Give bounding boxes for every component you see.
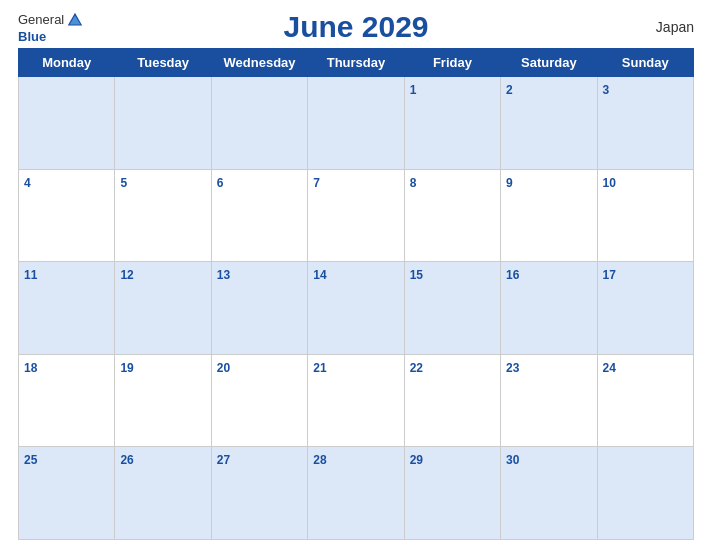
calendar-day: [308, 77, 404, 170]
calendar-week-4: 18192021222324: [19, 354, 694, 447]
day-number: 11: [24, 268, 37, 282]
day-number: 13: [217, 268, 230, 282]
calendar-day: 10: [597, 169, 693, 262]
day-number: 27: [217, 453, 230, 467]
calendar-day: [597, 447, 693, 540]
day-number: 6: [217, 176, 224, 190]
logo-text: General: [18, 11, 84, 29]
calendar-day: 3: [597, 77, 693, 170]
calendar-day: 16: [501, 262, 597, 355]
day-number: 24: [603, 361, 616, 375]
calendar-week-3: 11121314151617: [19, 262, 694, 355]
day-number: 28: [313, 453, 326, 467]
calendar-day: [19, 77, 115, 170]
calendar-day: 7: [308, 169, 404, 262]
day-number: 21: [313, 361, 326, 375]
day-number: 20: [217, 361, 230, 375]
day-number: 18: [24, 361, 37, 375]
day-number: 10: [603, 176, 616, 190]
calendar-day: 20: [211, 354, 307, 447]
logo-area: General Blue: [18, 11, 108, 44]
logo-blue-text: Blue: [18, 29, 46, 44]
calendar-week-2: 45678910: [19, 169, 694, 262]
day-number: 7: [313, 176, 320, 190]
day-number: 1: [410, 83, 417, 97]
calendar-table: MondayTuesdayWednesdayThursdayFridaySatu…: [18, 48, 694, 540]
calendar-day: 29: [404, 447, 500, 540]
day-number: 3: [603, 83, 610, 97]
day-number: 5: [120, 176, 127, 190]
calendar-day: 1: [404, 77, 500, 170]
day-number: 12: [120, 268, 133, 282]
day-number: 29: [410, 453, 423, 467]
calendar-day: 26: [115, 447, 211, 540]
day-number: 30: [506, 453, 519, 467]
day-header-monday: Monday: [19, 49, 115, 77]
day-number: 19: [120, 361, 133, 375]
calendar-day: 11: [19, 262, 115, 355]
calendar-header-row: MondayTuesdayWednesdayThursdayFridaySatu…: [19, 49, 694, 77]
day-number: 8: [410, 176, 417, 190]
calendar-day: 17: [597, 262, 693, 355]
logo-icon: [66, 11, 84, 29]
calendar-day: 23: [501, 354, 597, 447]
day-number: 22: [410, 361, 423, 375]
calendar-week-5: 252627282930: [19, 447, 694, 540]
calendar-day: 9: [501, 169, 597, 262]
calendar-day: 4: [19, 169, 115, 262]
day-number: 17: [603, 268, 616, 282]
day-number: 15: [410, 268, 423, 282]
day-number: 14: [313, 268, 326, 282]
calendar-day: 13: [211, 262, 307, 355]
calendar-day: 15: [404, 262, 500, 355]
day-number: 2: [506, 83, 513, 97]
calendar-day: 28: [308, 447, 404, 540]
calendar-day: 21: [308, 354, 404, 447]
calendar-day: 2: [501, 77, 597, 170]
day-number: 4: [24, 176, 31, 190]
day-number: 25: [24, 453, 37, 467]
calendar-day: 30: [501, 447, 597, 540]
calendar-title: June 2029: [283, 10, 428, 43]
calendar-day: 18: [19, 354, 115, 447]
calendar-day: 14: [308, 262, 404, 355]
calendar-day: [211, 77, 307, 170]
country-label: Japan: [604, 19, 694, 35]
calendar-day: 5: [115, 169, 211, 262]
calendar-day: 22: [404, 354, 500, 447]
calendar-day: 12: [115, 262, 211, 355]
day-header-tuesday: Tuesday: [115, 49, 211, 77]
calendar-day: 6: [211, 169, 307, 262]
calendar-day: 19: [115, 354, 211, 447]
calendar-day: 27: [211, 447, 307, 540]
day-header-saturday: Saturday: [501, 49, 597, 77]
calendar-week-1: 123: [19, 77, 694, 170]
calendar-day: [115, 77, 211, 170]
day-number: 26: [120, 453, 133, 467]
calendar-day: 24: [597, 354, 693, 447]
day-number: 16: [506, 268, 519, 282]
calendar-day: 8: [404, 169, 500, 262]
title-area: June 2029: [108, 10, 604, 44]
logo-general-text: General: [18, 12, 64, 27]
calendar-day: 25: [19, 447, 115, 540]
day-header-friday: Friday: [404, 49, 500, 77]
day-header-sunday: Sunday: [597, 49, 693, 77]
day-number: 9: [506, 176, 513, 190]
calendar-header: General Blue June 2029 Japan: [18, 10, 694, 44]
day-header-thursday: Thursday: [308, 49, 404, 77]
day-header-wednesday: Wednesday: [211, 49, 307, 77]
day-number: 23: [506, 361, 519, 375]
